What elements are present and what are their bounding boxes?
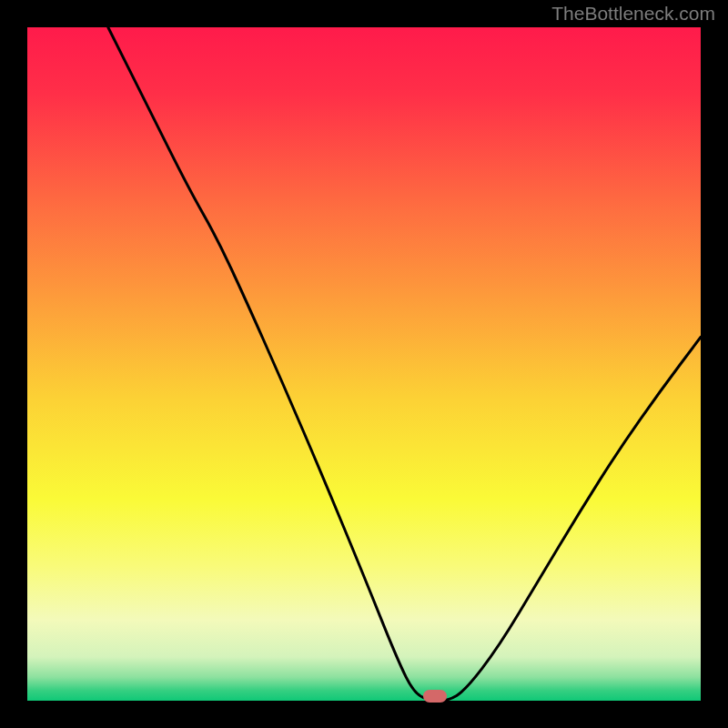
attribution-text: TheBottleneck.com <box>551 3 715 25</box>
heat-gradient <box>27 27 701 701</box>
plot-area <box>27 27 701 701</box>
svg-rect-0 <box>27 27 701 701</box>
optimal-point-marker <box>423 690 447 703</box>
chart-frame: TheBottleneck.com <box>0 0 728 728</box>
